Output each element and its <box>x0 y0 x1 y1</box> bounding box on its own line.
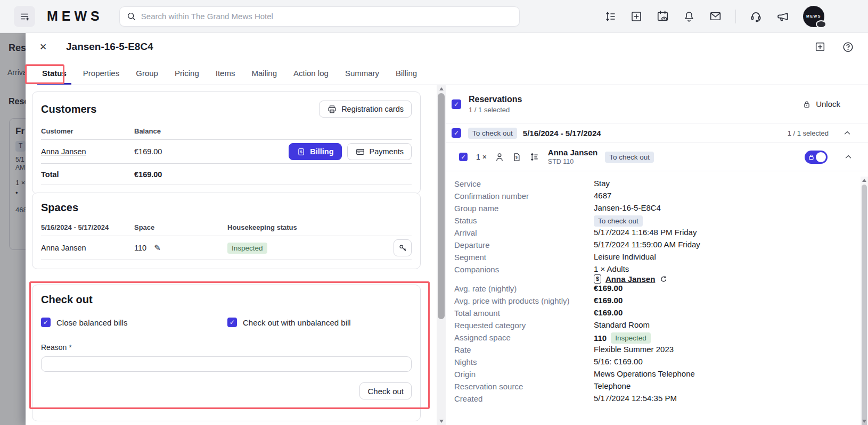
group-checkbox[interactable]: ✓ <box>452 128 461 138</box>
status-tab-content: Customers Registration cards Customer Ba… <box>26 85 429 425</box>
guest-count: 1 × <box>476 153 487 161</box>
add-icon[interactable] <box>630 10 643 23</box>
tab-properties[interactable]: Properties <box>78 69 124 85</box>
tab-summary[interactable]: Summary <box>340 69 384 85</box>
spaces-col-dates: 5/16/2024 - 5/17/2024 <box>41 221 134 236</box>
tab-billing[interactable]: Billing <box>391 69 422 85</box>
close-balanced-bills-label: Close balanced bills <box>56 318 127 327</box>
space-key-button[interactable] <box>394 239 412 256</box>
detail-label: Service <box>454 179 594 188</box>
close-balanced-bills-checkbox[interactable]: ✓ <box>41 318 51 327</box>
detail-row: Reservation sourceTelephone <box>454 381 847 394</box>
notifications-icon[interactable] <box>683 10 695 23</box>
close-icon[interactable]: ✕ <box>39 41 52 53</box>
avatar[interactable]: MEWS <box>803 6 824 27</box>
checkout-button[interactable]: Check out <box>359 382 412 399</box>
detail-row: Created5/17/2024 12:54:35 PM <box>454 394 847 406</box>
reservation-group-row[interactable]: ✓ To check out 5/16/2024 - 5/17/2024 1 /… <box>446 123 868 143</box>
bg-card-line: 5/1 <box>15 156 24 163</box>
search-input[interactable] <box>141 12 513 21</box>
detail-value: Jansen-16-5-E8C4 <box>594 203 661 212</box>
detail-value: Leisure Individual <box>594 252 656 261</box>
reservations-title: Reservations <box>469 95 522 104</box>
detail-label: Companions <box>454 264 594 274</box>
detail-label: Total amount <box>454 308 594 318</box>
detail-row: Confirmation number4687 <box>454 191 847 203</box>
detail-value: 5/17/2024 1:16:48 PM Friday <box>594 228 697 237</box>
tab-status[interactable]: Status <box>37 69 71 85</box>
support-icon[interactable] <box>749 10 763 23</box>
reservations-select-all-checkbox[interactable]: ✓ <box>452 99 461 109</box>
detail-label: Arrival <box>454 228 594 237</box>
scroll-up-arrow[interactable] <box>861 177 868 184</box>
details-scrollbar[interactable] <box>861 177 868 425</box>
reservation-details-list: ServiceStayConfirmation number4687Group … <box>454 179 847 406</box>
detail-label: Nights <box>454 357 594 366</box>
mews-logo[interactable]: MEWS <box>47 9 103 24</box>
chevron-up-icon[interactable] <box>844 152 853 162</box>
total-value: €169.00 <box>134 164 185 185</box>
customer-balance: €169.00 <box>134 140 185 164</box>
table-row: Anna Jansen 110 ✎ Inspected <box>41 236 412 260</box>
unlock-button[interactable]: Unlock <box>802 99 840 109</box>
checkout-title: Check out <box>41 294 412 306</box>
table-row: Anna Jansen €169.00 $ Billing <box>41 140 412 164</box>
global-search[interactable] <box>119 6 520 27</box>
detail-label: Status <box>454 215 594 225</box>
scroll-down-arrow[interactable] <box>437 418 446 425</box>
tab-items[interactable]: Items <box>211 69 240 85</box>
total-label: Total <box>41 164 134 185</box>
edit-space-icon[interactable]: ✎ <box>154 243 161 252</box>
total-row: Total €169.00 <box>41 164 412 185</box>
status-badge: To check out <box>594 215 643 227</box>
refresh-icon[interactable] <box>659 275 668 284</box>
chevron-up-icon[interactable] <box>842 128 852 138</box>
scroll-down-arrow[interactable] <box>861 418 868 425</box>
scrollbar-thumb[interactable] <box>862 185 867 425</box>
credit-card-icon <box>355 147 365 157</box>
bg-card-badge: T <box>15 141 26 152</box>
tab-group[interactable]: Group <box>131 69 163 85</box>
add-window-icon[interactable] <box>814 41 826 53</box>
left-panel-scrollbar[interactable] <box>437 85 446 425</box>
reservation-guest-row[interactable]: ✓ 1 × $ Anna Jansen STD 110 <box>446 143 868 171</box>
messages-icon[interactable] <box>709 10 722 23</box>
checkout-button-label: Check out <box>367 387 404 396</box>
detail-label: Reservation source <box>454 381 594 391</box>
printer-icon <box>327 104 337 114</box>
bg-card-line: 468 <box>15 206 26 214</box>
lock-icon <box>808 154 815 161</box>
scroll-up-arrow[interactable] <box>437 85 446 93</box>
group-status-badge: To check out <box>468 128 517 139</box>
guest-checkbox[interactable]: ✓ <box>459 153 468 161</box>
checkout-unbalanced-checkbox[interactable]: ✓ <box>227 318 237 327</box>
top-bar: MEWS <box>0 0 868 33</box>
housekeeping-status-badge: Inspected <box>611 332 651 344</box>
companion-link[interactable]: Anna Jansen <box>605 274 655 284</box>
tab-mailing[interactable]: Mailing <box>247 69 282 85</box>
reason-input[interactable] <box>41 356 412 372</box>
group-dates: 5/16/2024 - 5/17/2024 <box>523 129 601 138</box>
tab-action-log[interactable]: Action log <box>289 69 333 85</box>
detail-value: 5/16: €169.00 <box>594 357 643 366</box>
avatar-badge <box>816 20 826 28</box>
line-height-icon[interactable] <box>604 10 617 23</box>
detail-label: Requested category <box>454 320 594 330</box>
announcements-icon[interactable] <box>776 10 790 23</box>
detail-row: Total amount€169.00 <box>454 308 847 320</box>
calendar-view-icon[interactable] <box>656 10 669 23</box>
detail-row: Avg. rate (nightly)€169.00 <box>454 284 847 296</box>
registration-cards-button[interactable]: Registration cards <box>319 101 412 118</box>
tab-pricing[interactable]: Pricing <box>170 69 204 85</box>
search-icon <box>126 11 136 21</box>
customer-link[interactable]: Anna Jansen <box>41 147 86 156</box>
bg-card-bullet: • <box>15 189 18 197</box>
detail-label: Avg. price with products (nightly) <box>454 296 594 305</box>
help-icon[interactable] <box>842 41 854 53</box>
detail-value: 5/17/2024 11:59:00 AM Friday <box>594 240 700 249</box>
lock-toggle[interactable] <box>805 151 828 164</box>
scrollbar-thumb[interactable] <box>438 93 445 319</box>
billing-button[interactable]: $ Billing <box>289 143 341 160</box>
payments-button[interactable]: Payments <box>347 143 412 160</box>
main-menu-button[interactable] <box>14 6 35 27</box>
